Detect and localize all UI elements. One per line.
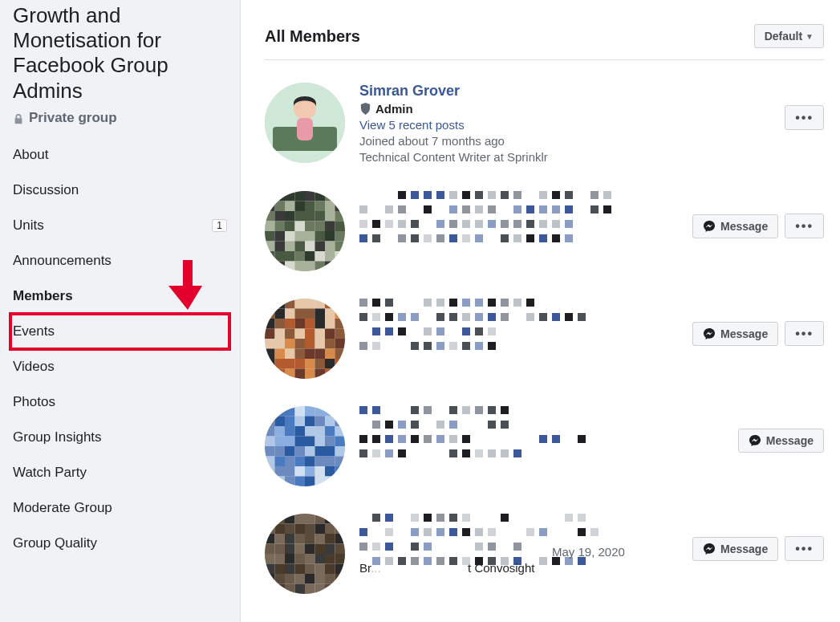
sidebar-item-group-insights[interactable]: Group Insights (0, 420, 240, 455)
svg-rect-190 (285, 477, 295, 487)
svg-rect-188 (265, 477, 275, 487)
svg-rect-140 (265, 417, 275, 427)
svg-rect-226 (325, 544, 335, 555)
svg-rect-143 (295, 417, 306, 427)
svg-rect-62 (285, 262, 295, 272)
svg-rect-6 (285, 191, 295, 201)
sort-dropdown[interactable]: Default ▼ (754, 24, 824, 48)
sidebar-item-members[interactable]: Members (0, 278, 240, 314)
svg-rect-51 (335, 242, 346, 252)
member-avatar[interactable] (265, 406, 345, 486)
svg-rect-250 (325, 574, 335, 584)
more-options-button[interactable]: ••• (785, 213, 824, 238)
svg-rect-185 (315, 466, 326, 477)
joined-text: Joined about 7 months ago (359, 134, 770, 148)
svg-rect-72 (305, 299, 315, 309)
svg-rect-102 (285, 339, 295, 349)
sidebar-item-videos[interactable]: Videos (0, 349, 240, 384)
message-button[interactable]: Message (692, 322, 778, 346)
svg-rect-235 (335, 554, 346, 564)
svg-rect-111 (295, 349, 306, 360)
svg-rect-218 (325, 534, 335, 544)
svg-rect-135 (295, 406, 306, 417)
sidebar-item-discussion[interactable]: Discussion (0, 173, 240, 208)
svg-rect-186 (325, 466, 335, 477)
more-options-button[interactable]: ••• (785, 536, 824, 561)
svg-rect-116 (265, 359, 275, 369)
svg-rect-193 (315, 477, 326, 487)
svg-rect-67 (335, 262, 346, 272)
sidebar-item-label: Members (13, 288, 73, 304)
sidebar-item-about[interactable]: About (0, 137, 240, 173)
svg-rect-27 (335, 211, 346, 222)
svg-rect-252 (265, 584, 275, 595)
message-button[interactable]: Message (692, 537, 778, 561)
svg-rect-145 (315, 417, 326, 427)
svg-rect-161 (315, 437, 326, 447)
svg-rect-183 (295, 466, 306, 477)
svg-rect-258 (325, 584, 335, 595)
svg-rect-26 (325, 211, 335, 222)
member-avatar[interactable] (265, 299, 345, 379)
svg-rect-248 (305, 574, 315, 584)
svg-rect-244 (265, 574, 275, 584)
svg-rect-53 (275, 251, 286, 262)
svg-rect-40 (305, 231, 315, 242)
svg-rect-148 (265, 426, 275, 437)
svg-rect-225 (315, 544, 326, 555)
svg-rect-48 (305, 242, 315, 252)
svg-rect-109 (275, 349, 286, 360)
svg-rect-97 (315, 329, 326, 339)
member-actions: Message••• (692, 213, 824, 238)
svg-rect-110 (285, 349, 295, 360)
svg-rect-31 (295, 222, 306, 232)
more-options-button[interactable]: ••• (785, 105, 824, 130)
svg-rect-14 (285, 201, 295, 212)
svg-rect-60 (265, 262, 275, 272)
member-avatar[interactable] (265, 514, 345, 594)
svg-rect-180 (265, 466, 275, 477)
svg-rect-251 (335, 574, 346, 584)
sidebar-item-photos[interactable]: Photos (0, 384, 240, 420)
svg-rect-184 (305, 466, 315, 477)
svg-rect-74 (325, 299, 335, 309)
svg-rect-201 (315, 514, 326, 524)
sidebar-item-watch-party[interactable]: Watch Party (0, 455, 240, 490)
svg-rect-176 (305, 457, 315, 467)
sidebar-item-label: Videos (13, 359, 55, 375)
svg-rect-126 (285, 369, 295, 380)
svg-rect-105 (315, 339, 326, 349)
svg-rect-172 (265, 457, 275, 467)
svg-rect-70 (285, 299, 295, 309)
svg-rect-91 (335, 319, 346, 329)
svg-rect-232 (305, 554, 315, 564)
svg-rect-21 (275, 211, 286, 222)
visible-work-fragment: Br... t Convosight (359, 561, 678, 575)
member-avatar[interactable] (265, 191, 345, 271)
messenger-icon (749, 434, 761, 447)
svg-rect-215 (295, 534, 306, 544)
member-actions: Message••• (692, 321, 824, 346)
member-name-link[interactable]: Simran Grover (359, 83, 770, 100)
svg-rect-203 (335, 514, 346, 524)
svg-rect-216 (305, 534, 315, 544)
more-options-button[interactable]: ••• (785, 321, 824, 346)
svg-rect-25 (315, 211, 326, 222)
message-button[interactable]: Message (738, 429, 824, 453)
svg-rect-133 (275, 406, 286, 417)
svg-rect-141 (275, 417, 286, 427)
sidebar-item-announcements[interactable]: Announcements (0, 243, 240, 278)
svg-rect-164 (265, 446, 275, 457)
svg-rect-37 (275, 231, 286, 242)
sidebar-item-moderate-group[interactable]: Moderate Group (0, 490, 240, 526)
svg-rect-93 (275, 329, 286, 339)
recent-posts-link[interactable]: View 5 recent posts (359, 118, 770, 132)
sidebar-item-events[interactable]: Events (0, 314, 240, 349)
message-label: Message (720, 543, 768, 555)
svg-rect-24 (305, 211, 315, 222)
svg-rect-241 (315, 564, 326, 575)
member-avatar[interactable] (265, 83, 345, 163)
message-button[interactable]: Message (692, 214, 778, 238)
sidebar-item-units[interactable]: Units1 (0, 208, 240, 243)
sidebar-item-group-quality[interactable]: Group Quality (0, 526, 240, 561)
